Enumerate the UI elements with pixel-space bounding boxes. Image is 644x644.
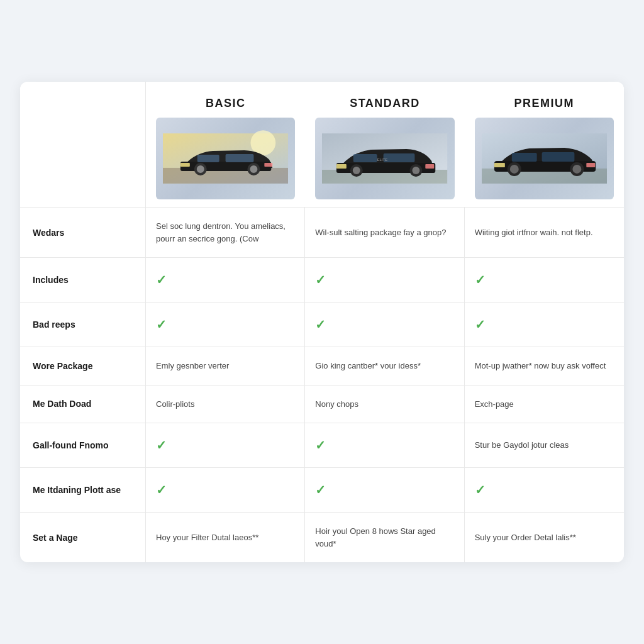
- cell-me-dath-doad-basic: Colir-pliots: [146, 386, 305, 423]
- header-row: BASIC: [20, 82, 624, 208]
- row-me-itdaning: Me Itdaning Plott ase ✓ ✓ ✓: [20, 468, 624, 513]
- cell-wedars-basic: Sel soc lung dentron. You ameliacs, pour…: [146, 208, 305, 257]
- check-includes-basic: ✓: [156, 270, 167, 289]
- basic-title: BASIC: [156, 97, 295, 110]
- row-includes: Includes ✓ ✓ ✓: [20, 258, 624, 303]
- cell-wore-package-basic: Emly gesnber verter: [146, 347, 305, 385]
- row-wore-package: Wore Package Emly gesnber verter Gio kin…: [20, 347, 624, 386]
- row-gall-found: Gall-found Fnomo ✓ ✓ Stur be Gaydol jotu…: [20, 423, 624, 468]
- cell-gall-found-premium: Stur be Gaydol jotur cleas: [465, 423, 624, 467]
- cell-wore-package-premium: Mot-up jwather* now buy ask voffect: [465, 347, 624, 385]
- header-label-col: [20, 82, 146, 207]
- cell-me-itdaning-basic: ✓: [146, 468, 305, 512]
- cell-bad-reeps-basic: ✓: [146, 303, 305, 347]
- svg-rect-32: [541, 152, 574, 162]
- cell-wore-package-standard: Gio king cantber* vour idess*: [305, 347, 464, 385]
- cell-wedars-premium: Wiiting giot irtfnor waih. not fletp.: [465, 208, 624, 257]
- svg-point-30: [572, 165, 581, 174]
- check-gall-found-basic: ✓: [156, 436, 167, 455]
- comparison-table: BASIC: [20, 82, 624, 562]
- label-gall-found: Gall-found Fnomo: [20, 423, 146, 467]
- check-bad-reeps-standard: ✓: [315, 315, 326, 334]
- check-bad-reeps-basic: ✓: [156, 315, 167, 334]
- standard-title: STANDARD: [315, 97, 454, 110]
- check-gall-found-standard: ✓: [315, 436, 326, 455]
- check-includes-standard: ✓: [315, 270, 326, 289]
- check-bad-reeps-premium: ✓: [475, 315, 486, 334]
- row-wedars: Wedars Sel soc lung dentron. You ameliac…: [20, 208, 624, 258]
- check-me-itdaning-standard: ✓: [315, 480, 326, 499]
- svg-rect-22: [426, 164, 435, 169]
- cell-wedars-standard: Wil-sult salting package fay a gnop?: [305, 208, 464, 257]
- cell-me-dath-doad-premium: Exch-page: [465, 386, 624, 423]
- check-me-itdaning-premium: ✓: [475, 480, 486, 499]
- cell-me-itdaning-standard: ✓: [305, 468, 464, 512]
- cell-me-dath-doad-standard: Nony chops: [305, 386, 464, 423]
- svg-rect-34: [586, 163, 595, 167]
- cell-bad-reeps-premium: ✓: [465, 303, 624, 347]
- svg-rect-19: [353, 154, 377, 162]
- premium-car-image: [475, 118, 614, 199]
- row-bad-reeps: Bad reeps ✓ ✓ ✓: [20, 303, 624, 347]
- row-me-dath-doad: Me Dath Doad Colir-pliots Nony chops Exc…: [20, 386, 624, 424]
- svg-text:ELITE: ELITE: [377, 158, 388, 162]
- svg-point-1: [250, 130, 275, 155]
- cell-set-a-nage-basic: Hoy your Filter Dutal laeos**: [146, 513, 305, 562]
- svg-rect-31: [512, 153, 537, 162]
- svg-rect-8: [197, 155, 219, 162]
- cell-includes-basic: ✓: [146, 258, 305, 302]
- label-wedars: Wedars: [20, 208, 146, 257]
- cell-me-itdaning-premium: ✓: [465, 468, 624, 512]
- label-me-itdaning: Me Itdaning Plott ase: [20, 468, 146, 512]
- check-me-itdaning-basic: ✓: [156, 480, 167, 499]
- label-wore-package: Wore Package: [20, 347, 146, 385]
- cell-set-a-nage-standard: Hoir youl Open 8 hows Star aged voud*: [305, 513, 464, 562]
- svg-point-7: [250, 165, 257, 173]
- cell-bad-reeps-standard: ✓: [305, 303, 464, 347]
- svg-point-18: [413, 167, 420, 174]
- svg-rect-33: [494, 163, 505, 167]
- svg-rect-9: [226, 154, 254, 162]
- svg-rect-10: [180, 163, 190, 167]
- row-set-a-nage: Set a Nage Hoy your Filter Dutal laeos**…: [20, 513, 624, 562]
- label-set-a-nage: Set a Nage: [20, 513, 146, 562]
- premium-title: PREMIUM: [475, 97, 614, 110]
- header-standard: STANDARD: [305, 82, 464, 207]
- header-basic: BASIC: [146, 82, 305, 207]
- cell-includes-premium: ✓: [465, 258, 624, 302]
- standard-car-image: ELITE: [315, 118, 454, 199]
- check-includes-premium: ✓: [475, 270, 486, 289]
- svg-point-28: [510, 165, 519, 174]
- cell-gall-found-standard: ✓: [305, 423, 464, 467]
- cell-gall-found-basic: ✓: [146, 423, 305, 467]
- svg-rect-20: [384, 153, 415, 162]
- cell-includes-standard: ✓: [305, 258, 464, 302]
- label-includes: Includes: [20, 258, 146, 302]
- label-me-dath-doad: Me Dath Doad: [20, 386, 146, 423]
- basic-car-image: [156, 118, 295, 199]
- svg-point-5: [197, 165, 204, 173]
- label-bad-reeps: Bad reeps: [20, 303, 146, 347]
- header-premium: PREMIUM: [465, 82, 624, 207]
- cell-set-a-nage-premium: Suly your Order Detal lalis**: [465, 513, 624, 562]
- svg-rect-11: [264, 163, 272, 167]
- svg-point-16: [353, 167, 360, 174]
- svg-rect-21: [336, 164, 347, 169]
